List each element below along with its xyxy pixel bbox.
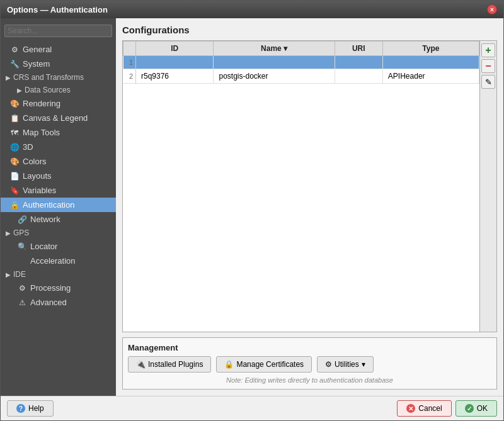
configurations-title: Configurations <box>122 25 497 35</box>
processing-icon: ⚙ <box>17 284 27 293</box>
cancel-icon: ✕ <box>406 404 415 413</box>
installed-plugins-button[interactable]: 🔌 Installed Plugins <box>128 356 211 373</box>
search-input[interactable] <box>4 25 112 37</box>
sidebar-item-label: Authentication <box>23 200 74 210</box>
cancel-button[interactable]: ✕ Cancel <box>397 400 451 417</box>
sidebar-item-crs-transforms[interactable]: ▶ CRS and Transforms <box>1 71 116 84</box>
sidebar-item-ide[interactable]: ▶ IDE <box>1 268 116 281</box>
sidebar-item-label: CRS and Transforms <box>13 73 84 82</box>
row-number: 1 <box>123 56 136 69</box>
colors-icon: 🎨 <box>9 157 20 166</box>
sidebar-item-label: GPS <box>13 228 29 237</box>
sidebar-item-label: System <box>23 59 50 69</box>
certificate-icon: 🔒 <box>224 360 234 369</box>
cell-name: postgis-docker <box>214 69 335 84</box>
sidebar-item-rendering[interactable]: 🎨 Rendering <box>1 96 116 111</box>
manage-certificates-button[interactable]: 🔒 Manage Certificates <box>216 356 312 373</box>
sidebar-item-gps[interactable]: ▶ GPS <box>1 227 116 239</box>
main-panel: Configurations ID Name ▾ URI Type <box>116 18 503 396</box>
edit-icon: ✎ <box>485 77 492 87</box>
chevron-right-icon: ▶ <box>6 271 11 278</box>
col-name: Name ▾ <box>214 42 335 56</box>
title-bar: Options — Authentication × <box>1 1 503 18</box>
table-row[interactable]: 2 r5q9376 postgis-docker APIHeader <box>123 69 479 84</box>
sidebar-item-label: Layouts <box>23 171 52 181</box>
layouts-icon: 📄 <box>9 172 20 181</box>
management-title: Management <box>128 343 491 352</box>
sidebar-item-acceleration[interactable]: Acceleration <box>1 254 116 268</box>
sidebar-item-locator[interactable]: 🔍 Locator <box>1 239 116 254</box>
cell-uri <box>335 69 382 84</box>
content: ⚙ General 🔧 System ▶ CRS and Transforms … <box>1 18 503 396</box>
sidebar-item-canvas-legend[interactable]: 📋 Canvas & Legend <box>1 111 116 125</box>
help-label: Help <box>28 404 44 413</box>
cell-type: APIHeader <box>382 69 479 84</box>
sidebar-item-label: Map Tools <box>23 128 60 137</box>
utilities-icon: ⚙ <box>325 360 332 369</box>
edit-button[interactable]: ✎ <box>481 75 495 89</box>
sidebar-item-advanced[interactable]: ⚠ Advanced <box>1 295 116 310</box>
plus-icon: + <box>485 45 491 56</box>
ok-icon: ✓ <box>465 404 474 413</box>
map-icon: 🗺 <box>9 128 20 137</box>
sidebar-item-map-tools[interactable]: 🗺 Map Tools <box>1 125 116 140</box>
utilities-button[interactable]: ⚙ Utilities ▾ <box>317 356 374 373</box>
sidebar-item-label: Variables <box>23 186 56 195</box>
search-icon: 🔍 <box>17 242 27 251</box>
plugin-icon: 🔌 <box>136 360 146 369</box>
sidebar: ⚙ General 🔧 System ▶ CRS and Transforms … <box>1 18 116 396</box>
cell-uri <box>335 56 382 69</box>
sidebar-item-processing[interactable]: ⚙ Processing <box>1 281 116 295</box>
help-button[interactable]: ? Help <box>7 400 54 417</box>
sidebar-item-authentication[interactable]: 🔒 Authentication <box>1 198 116 212</box>
sidebar-item-label: Canvas & Legend <box>23 113 88 123</box>
table-row[interactable]: 1 <box>123 56 479 69</box>
sidebar-item-label: 3D <box>23 142 33 152</box>
gear-icon: ⚙ <box>9 45 20 54</box>
ok-label: OK <box>477 404 488 413</box>
manage-certificates-label: Manage Certificates <box>236 360 304 369</box>
sidebar-item-system[interactable]: 🔧 System <box>1 57 116 71</box>
management-section: Management 🔌 Installed Plugins 🔒 Manage … <box>122 337 497 390</box>
col-id: ID <box>136 42 214 56</box>
canvas-icon: 📋 <box>9 114 20 123</box>
management-buttons: 🔌 Installed Plugins 🔒 Manage Certificate… <box>128 356 491 373</box>
chevron-right-icon: ▶ <box>17 87 22 94</box>
row-num-col <box>123 42 136 56</box>
sidebar-item-data-sources[interactable]: ▶ Data Sources <box>1 84 116 96</box>
table-header-row: ID Name ▾ URI Type <box>123 42 479 56</box>
cancel-label: Cancel <box>418 404 442 413</box>
sidebar-item-label: Processing <box>30 283 71 293</box>
search-bar <box>1 22 116 40</box>
dialog-title: Options — Authentication <box>7 5 108 14</box>
ok-button[interactable]: ✓ OK <box>455 400 497 417</box>
sidebar-item-3d[interactable]: 🌐 3D <box>1 140 116 154</box>
sidebar-item-label: Advanced <box>30 298 67 307</box>
chevron-right-icon: ▶ <box>6 74 11 81</box>
help-icon: ? <box>16 404 25 413</box>
col-uri: URI <box>335 42 382 56</box>
management-note: Note: Editing writes directly to authent… <box>128 376 491 384</box>
cell-id <box>136 56 214 69</box>
sidebar-item-label: General <box>23 45 52 54</box>
installed-plugins-label: Installed Plugins <box>148 360 203 369</box>
sidebar-item-layouts[interactable]: 📄 Layouts <box>1 169 116 183</box>
chevron-right-icon: ▶ <box>6 230 11 237</box>
utilities-label: Utilities <box>335 360 359 369</box>
lock-icon: 🔒 <box>9 201 20 210</box>
row-number: 2 <box>123 69 136 84</box>
close-button[interactable]: × <box>487 4 497 14</box>
sidebar-item-network[interactable]: 🔗 Network <box>1 212 116 227</box>
sidebar-item-colors[interactable]: 🎨 Colors <box>1 154 116 169</box>
add-button[interactable]: + <box>481 43 495 57</box>
col-type: Type <box>382 42 479 56</box>
sidebar-item-label: Network <box>30 215 60 224</box>
sidebar-item-variables[interactable]: 🔖 Variables <box>1 183 116 198</box>
warning-icon: ⚠ <box>17 298 27 307</box>
rendering-icon: 🎨 <box>9 99 20 108</box>
remove-button[interactable]: − <box>481 59 495 73</box>
sidebar-item-label: Acceleration <box>30 256 76 266</box>
sidebar-item-label: Colors <box>23 157 47 166</box>
sidebar-item-general[interactable]: ⚙ General <box>1 42 116 57</box>
cell-type <box>382 56 479 69</box>
